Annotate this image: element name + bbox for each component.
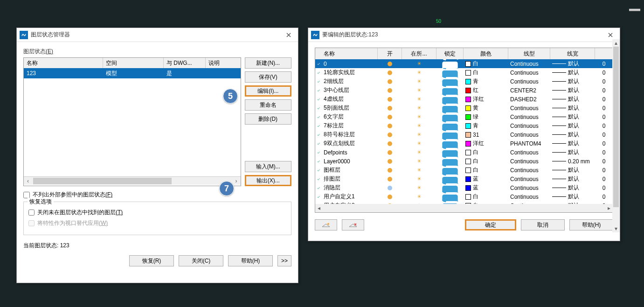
col-status[interactable] [315, 48, 322, 59]
on-icon[interactable] [378, 59, 402, 68]
viewport-icon[interactable]: ☀ [402, 104, 436, 112]
restore-off-checkbox[interactable] [28, 209, 35, 216]
on-icon[interactable] [378, 121, 402, 130]
viewport-icon[interactable]: ☀ [402, 139, 436, 148]
viewport-icon[interactable]: ☀ [402, 130, 436, 139]
linetype-cell[interactable]: Continuous [508, 157, 550, 166]
lock-icon[interactable] [436, 104, 464, 112]
lineweight-cell[interactable]: 默认 [550, 192, 595, 201]
lock-icon[interactable] [436, 95, 464, 104]
layer-row[interactable]: 5剖面线层☀黄Continuous默认0 [315, 104, 613, 112]
col-lineweight[interactable]: 线宽 [550, 48, 595, 59]
color-cell[interactable]: 青 [464, 77, 508, 86]
on-icon[interactable] [378, 95, 402, 104]
scroll-down-icon[interactable]: ▾ [612, 225, 620, 232]
restore-off-row[interactable]: 关闭未在图层状态中找到的图层(T) [28, 209, 286, 216]
color-cell[interactable]: 白 [464, 201, 508, 204]
layer-row[interactable]: 1轮廓实线层☀白Continuous默认0 [315, 68, 613, 77]
lineweight-cell[interactable]: 默认 [550, 148, 595, 157]
titlebar[interactable]: 要编辑的图层状态:123 [308, 28, 620, 42]
plot-cell[interactable]: 0 [595, 112, 613, 121]
linetype-cell[interactable]: Continuous [508, 148, 550, 157]
color-cell[interactable]: 白 [464, 192, 508, 201]
viewport-icon[interactable]: ☀ [402, 157, 436, 166]
lineweight-cell[interactable]: 默认 [550, 59, 595, 68]
viewport-icon[interactable]: ☀ [402, 86, 436, 95]
close-button[interactable] [604, 30, 617, 40]
cancel-button[interactable]: 取消 [521, 219, 565, 230]
plot-cell[interactable]: 0 [595, 130, 613, 139]
col-space[interactable]: 空间 [103, 58, 164, 68]
scroll-left-icon[interactable]: ‹ [24, 177, 32, 185]
import-button[interactable]: 输入(M)... [245, 161, 291, 172]
plot-cell[interactable]: 0 [595, 192, 613, 201]
export-button[interactable]: 输出(X)... [245, 175, 291, 186]
external-ref-checkbox[interactable] [23, 192, 30, 198]
lock-icon[interactable] [436, 59, 464, 68]
layer-row[interactable]: Layer0000☀白Continuous0.20 mm0 [315, 157, 613, 166]
state-row[interactable]: 123 模型 是 [24, 68, 241, 78]
col-dwg[interactable]: 与 DWG... [164, 58, 206, 68]
linetype-cell[interactable]: Continuous [508, 59, 550, 68]
col-name[interactable]: 名称 [322, 48, 378, 59]
lineweight-cell[interactable]: 默认 [550, 112, 595, 121]
on-icon[interactable] [378, 112, 402, 121]
edit-button[interactable]: 编辑(I)... [245, 85, 291, 97]
layer-row[interactable]: 图框层☀白Continuous默认0 [315, 166, 613, 174]
linetype-cell[interactable]: CENTER2 [508, 86, 550, 95]
help-button[interactable]: 帮助(H) [569, 219, 613, 230]
color-cell[interactable]: 洋红 [464, 95, 508, 104]
plot-cell[interactable]: 0 [595, 68, 613, 77]
color-cell[interactable]: 蓝 [464, 183, 508, 192]
plot-cell[interactable]: 0 [595, 166, 613, 174]
linetype-cell[interactable]: DASHED2 [508, 95, 550, 104]
lock-icon[interactable] [436, 201, 464, 204]
vertical-scrollbar[interactable]: ▴ ▾ [612, 39, 620, 232]
col-viewport[interactable]: 在所... [402, 48, 436, 59]
viewport-icon[interactable]: ☀ [402, 192, 436, 201]
scroll-thumb[interactable] [33, 178, 231, 184]
linetype-cell[interactable]: PHANTOM4 [508, 139, 550, 148]
lineweight-cell[interactable]: 默认 [550, 166, 595, 174]
layer-row[interactable]: 用户自定义1☀白Continuous默认0 [315, 192, 613, 201]
layer-row[interactable]: 4虚线层☀洋红DASHED2默认0 [315, 95, 613, 104]
minimize-button[interactable] [629, 2, 640, 11]
viewport-icon[interactable]: ☀ [402, 148, 436, 157]
col-linetype[interactable]: 线型 [508, 48, 550, 59]
scroll-thumb[interactable] [613, 47, 619, 207]
col-desc[interactable]: 说明 [206, 58, 241, 68]
color-cell[interactable]: 白 [464, 166, 508, 174]
lineweight-cell[interactable]: 默认 [550, 183, 595, 192]
plot-cell[interactable]: 0 [595, 121, 613, 130]
plot-cell[interactable]: 0 [595, 157, 613, 166]
color-cell[interactable]: 白 [464, 68, 508, 77]
on-icon[interactable] [378, 157, 402, 166]
lock-icon[interactable] [436, 148, 464, 157]
lineweight-cell[interactable]: 默认 [550, 68, 595, 77]
layer-row[interactable]: 6文字层☀绿Continuous默认0 [315, 112, 613, 121]
lineweight-cell[interactable]: 0.20 mm [550, 157, 595, 166]
lock-icon[interactable] [436, 121, 464, 130]
color-cell[interactable]: 白 [464, 157, 508, 166]
linetype-cell[interactable]: Continuous [508, 77, 550, 86]
lock-icon[interactable] [436, 130, 464, 139]
ok-button[interactable]: 确定 [465, 219, 516, 230]
external-ref-checkbox-row[interactable]: 不列出外部参照中的图层状态(F) [23, 191, 291, 199]
layer-row[interactable]: 9双点划线层☀洋红PHANTOM4默认0 [315, 139, 613, 148]
close-dialog-button[interactable]: 关闭(C) [179, 255, 223, 266]
col-on[interactable]: 开 [378, 48, 402, 59]
horizontal-scrollbar[interactable]: ◂ ▸ [315, 204, 613, 212]
layer-row[interactable]: 7标注层☀青Continuous默认0 [315, 121, 613, 130]
on-icon[interactable] [378, 139, 402, 148]
add-layer-button[interactable] [315, 219, 337, 230]
plot-cell[interactable]: 0 [595, 59, 613, 68]
plot-cell[interactable]: 0 [595, 104, 613, 112]
expand-button[interactable]: >> [277, 255, 291, 266]
col-plot[interactable] [595, 48, 613, 59]
delete-button[interactable]: 删除(D) [245, 113, 291, 125]
scroll-up-icon[interactable]: ▴ [612, 39, 620, 47]
color-cell[interactable]: 蓝 [464, 174, 508, 183]
lineweight-cell[interactable]: 默认 [550, 201, 595, 204]
linetype-cell[interactable]: Continuous [508, 183, 550, 192]
layer-row[interactable]: 消隐层☀蓝Continuous默认0 [315, 183, 613, 192]
